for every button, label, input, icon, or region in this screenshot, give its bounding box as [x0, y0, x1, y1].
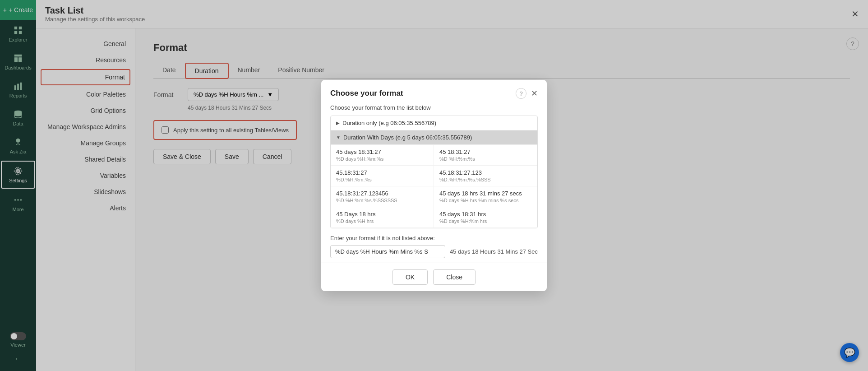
duration-with-days-row[interactable]: ▼ Duration With Days (e.g 5 days 06:05:3… [331, 130, 537, 145]
format-value-2: 45 18:31:27 [439, 148, 532, 155]
format-options-grid: 45 days 18:31:27 %D days %H:%m:%s 45 18:… [331, 145, 537, 228]
format-modal: Choose your format ? ✕ Choose your forma… [321, 80, 547, 291]
triangle-icon-duration-days: ▼ [336, 135, 341, 140]
modal-ok-button[interactable]: OK [392, 269, 428, 285]
modal-overlay: Choose your format ? ✕ Choose your forma… [0, 0, 868, 371]
triangle-icon-duration-only: ▶ [336, 121, 340, 125]
modal-close-button[interactable]: ✕ [531, 88, 538, 98]
modal-format-input[interactable] [330, 245, 445, 258]
duration-with-days-label: Duration With Days (e.g 5 days 06:05:35.… [343, 134, 472, 141]
modal-input-label: Enter your format if it is not listed ab… [330, 235, 538, 241]
format-code-4: %D.%H:%m:%s.%SSS [439, 177, 532, 182]
duration-only-label: Duration only (e.g 06:05:35.556789) [342, 120, 436, 126]
modal-help-icon[interactable]: ? [516, 88, 526, 99]
modal-title: Choose your format [330, 89, 403, 98]
format-value-6: 45 days 18 hrs 31 mins 27 secs [439, 190, 532, 197]
modal-header: Choose your format ? ✕ [321, 80, 547, 104]
format-value-8: 45 days 18:31 hrs [439, 211, 532, 218]
modal-footer: OK Close [321, 263, 547, 291]
modal-input-row: 45 days 18 Hours 31 Mins 27 Sec [330, 245, 538, 258]
format-value-5: 45.18:31:27.123456 [336, 190, 428, 197]
format-option-4[interactable]: 45.18:31:27.123 %D.%H:%m:%s.%SSS [434, 166, 537, 186]
modal-input-section: Enter your format if it is not listed ab… [321, 228, 547, 263]
format-code-1: %D days %H:%m:%s [336, 156, 428, 162]
modal-input-preview: 45 days 18 Hours 31 Mins 27 Sec [450, 248, 538, 255]
format-value-3: 45.18:31:27 [336, 169, 428, 176]
format-option-3[interactable]: 45.18:31:27 %D.%H:%m:%s [331, 166, 434, 186]
modal-format-list: ▶ Duration only (e.g 06:05:35.556789) ▼ … [330, 116, 538, 228]
format-value-4: 45.18:31:27.123 [439, 169, 532, 176]
format-value-7: 45 Days 18 hrs [336, 211, 428, 218]
format-code-8: %D days %H:%m hrs [439, 218, 532, 224]
format-code-3: %D.%H:%m:%s [336, 177, 428, 182]
format-option-6[interactable]: 45 days 18 hrs 31 mins 27 secs %D days %… [434, 186, 537, 207]
format-option-2[interactable]: 45 18:31:27 %D %H:%m:%s [434, 145, 537, 166]
format-option-5[interactable]: 45.18:31:27.123456 %D.%H:%m:%s.%SSSSSS [331, 186, 434, 207]
format-option-1[interactable]: 45 days 18:31:27 %D days %H:%m:%s [331, 145, 434, 166]
modal-subtitle: Choose your format from the list below [321, 104, 547, 116]
format-value-1: 45 days 18:31:27 [336, 148, 428, 155]
modal-close-button-footer[interactable]: Close [433, 269, 476, 285]
format-code-6: %D days %H hrs %m mins %s secs [439, 198, 532, 203]
format-option-7[interactable]: 45 Days 18 hrs %D days %H hrs [331, 207, 434, 228]
format-code-2: %D %H:%m:%s [439, 156, 532, 162]
format-option-8[interactable]: 45 days 18:31 hrs %D days %H:%m hrs [434, 207, 537, 228]
modal-header-icons: ? ✕ [516, 88, 538, 99]
format-code-5: %D.%H:%m:%s.%SSSSSS [336, 198, 428, 203]
modal-help-icon-label: ? [519, 90, 522, 97]
duration-only-row[interactable]: ▶ Duration only (e.g 06:05:35.556789) [331, 116, 537, 130]
format-code-7: %D days %H hrs [336, 218, 428, 224]
